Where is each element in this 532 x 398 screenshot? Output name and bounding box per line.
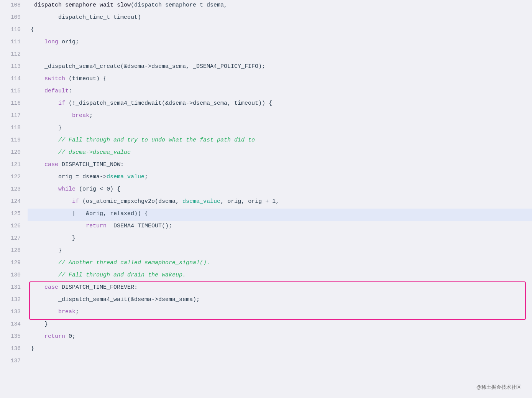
line-number: 136 — [0, 344, 28, 356]
line-number: 118 — [0, 123, 28, 135]
line-content: // Fall through and try to undo what the… — [28, 135, 532, 147]
line-content: if (!_dispatch_sema4_timedwait(&dsema->d… — [28, 98, 532, 110]
line-content — [28, 49, 532, 61]
line-number: 134 — [0, 319, 28, 331]
code-line-135: 135 return 0; — [0, 331, 532, 344]
line-content: { — [28, 25, 532, 37]
code-line-114: 114 switch (timeout) { — [0, 74, 532, 86]
line-content: while (orig < 0) { — [28, 184, 532, 196]
line-number: 120 — [0, 147, 28, 160]
watermark: @稀土掘金技术社区 — [476, 383, 521, 391]
line-number: 128 — [0, 245, 28, 258]
code-line-109: 109 dispatch_time_t timeout) — [0, 12, 532, 25]
line-content: if (os_atomic_cmpxchgv2o(dsema, dsema_va… — [28, 196, 532, 209]
line-number: 123 — [0, 184, 28, 196]
code-line-134: 134 } — [0, 319, 532, 331]
line-content: // dsema->dsema_value — [28, 147, 532, 160]
line-content: dispatch_time_t timeout) — [28, 12, 532, 25]
code-line-108: 108_dispatch_semaphore_wait_slow(dispatc… — [0, 0, 532, 12]
line-number: 126 — [0, 221, 28, 233]
line-number: 108 — [0, 0, 28, 12]
code-line-119: 119 // Fall through and try to undo what… — [0, 135, 532, 147]
code-line-117: 117 break; — [0, 110, 532, 123]
code-line-112: 112 — [0, 49, 532, 61]
line-number: 129 — [0, 258, 28, 270]
line-content: default: — [28, 86, 532, 98]
line-number: 121 — [0, 160, 28, 172]
line-content: break; — [28, 110, 532, 123]
line-content: | &orig, relaxed)) { — [28, 209, 532, 221]
line-content: return 0; — [28, 331, 532, 344]
line-content: // Another thread called semaphore_signa… — [28, 258, 532, 270]
line-number: 124 — [0, 196, 28, 209]
line-content: _dispatch_sema4_wait(&dsema->dsema_sema)… — [28, 294, 532, 307]
line-number: 117 — [0, 110, 28, 123]
line-content: orig = dsema->dsema_value; — [28, 172, 532, 184]
line-number: 116 — [0, 98, 28, 110]
line-number: 114 — [0, 74, 28, 86]
line-number: 112 — [0, 49, 28, 61]
code-container: 108_dispatch_semaphore_wait_slow(dispatc… — [0, 0, 532, 398]
line-content: // Fall through and drain the wakeup. — [28, 270, 532, 282]
line-content: _dispatch_semaphore_wait_slow(dispatch_s… — [28, 0, 532, 12]
line-number: 135 — [0, 331, 28, 344]
line-content: case DISPATCH_TIME_NOW: — [28, 160, 532, 172]
code-line-115: 115 default: — [0, 86, 532, 98]
code-line-129: 129 // Another thread called semaphore_s… — [0, 258, 532, 270]
line-number: 113 — [0, 61, 28, 74]
code-line-125: 125 | &orig, relaxed)) { — [0, 209, 532, 221]
code-line-133: 133 break; — [0, 307, 532, 319]
line-number: 110 — [0, 25, 28, 37]
line-content: } — [28, 319, 532, 331]
line-number: 127 — [0, 233, 28, 245]
code-line-113: 113 _dispatch_sema4_create(&dsema->dsema… — [0, 61, 532, 74]
line-number: 111 — [0, 37, 28, 49]
code-line-120: 120 // dsema->dsema_value — [0, 147, 532, 160]
line-number: 130 — [0, 270, 28, 282]
line-content: switch (timeout) { — [28, 74, 532, 86]
line-number: 131 — [0, 282, 28, 294]
code-line-127: 127 } — [0, 233, 532, 245]
code-line-131: 131 case DISPATCH_TIME_FOREVER: — [0, 282, 532, 294]
code-line-122: 122 orig = dsema->dsema_value; — [0, 172, 532, 184]
line-content: } — [28, 123, 532, 135]
line-content: _dispatch_sema4_create(&dsema->dsema_sem… — [28, 61, 532, 74]
code-line-136: 136} — [0, 344, 532, 356]
code-line-123: 123 while (orig < 0) { — [0, 184, 532, 196]
line-content — [28, 356, 532, 368]
line-number: 115 — [0, 86, 28, 98]
code-line-124: 124 if (os_atomic_cmpxchgv2o(dsema, dsem… — [0, 196, 532, 209]
code-line-116: 116 if (!_dispatch_sema4_timedwait(&dsem… — [0, 98, 532, 110]
line-content: break; — [28, 307, 532, 319]
line-number: 125 — [0, 209, 28, 221]
line-content: long orig; — [28, 37, 532, 49]
code-line-126: 126 return _DSEMA4_TIMEOUT(); — [0, 221, 532, 233]
line-content: } — [28, 344, 532, 356]
line-number: 137 — [0, 356, 28, 368]
line-number: 133 — [0, 307, 28, 319]
line-number: 132 — [0, 294, 28, 307]
line-content: } — [28, 245, 532, 258]
line-number: 119 — [0, 135, 28, 147]
code-line-137: 137 — [0, 356, 532, 368]
code-line-121: 121 case DISPATCH_TIME_NOW: — [0, 160, 532, 172]
code-line-132: 132 _dispatch_sema4_wait(&dsema->dsema_s… — [0, 294, 532, 307]
code-line-130: 130 // Fall through and drain the wakeup… — [0, 270, 532, 282]
line-content: case DISPATCH_TIME_FOREVER: — [28, 282, 532, 294]
line-number: 109 — [0, 12, 28, 25]
line-content: return _DSEMA4_TIMEOUT(); — [28, 221, 532, 233]
line-content: } — [28, 233, 532, 245]
code-line-118: 118 } — [0, 123, 532, 135]
line-number: 122 — [0, 172, 28, 184]
code-line-110: 110{ — [0, 25, 532, 37]
code-line-128: 128 } — [0, 245, 532, 258]
code-line-111: 111 long orig; — [0, 37, 532, 49]
